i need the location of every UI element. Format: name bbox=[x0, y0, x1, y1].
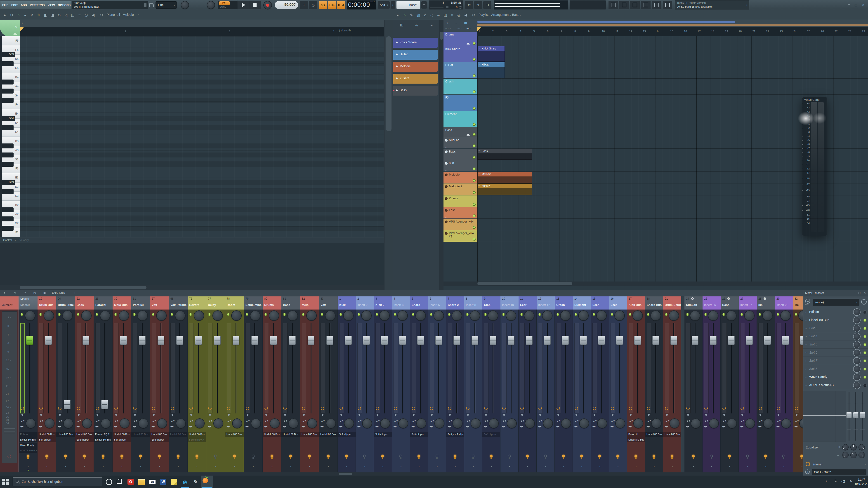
mixer-strip-leer[interactable]: 16Leer▲▼◀▶▲ bbox=[609, 296, 627, 476]
strip-send-lamp-icon[interactable] bbox=[671, 455, 674, 459]
mail-icon[interactable]: ✉ bbox=[147, 477, 157, 487]
strip-sep-knob[interactable] bbox=[82, 418, 92, 428]
strip-lr-icon[interactable]: ◀▶ bbox=[466, 425, 470, 428]
strip-fader-handle[interactable] bbox=[544, 336, 551, 345]
pl-track-header-12[interactable]: iMelodie 2... bbox=[443, 184, 477, 195]
strip-send-lamp-icon[interactable] bbox=[800, 455, 803, 459]
picker-scroll-handle[interactable] bbox=[440, 32, 443, 40]
time-dropdown-row[interactable]: (none)▸ bbox=[803, 461, 868, 468]
strip-plugin-slot[interactable]: Soft clipper bbox=[75, 437, 94, 442]
eq-knob-1[interactable] bbox=[842, 444, 848, 451]
strip-route-icon[interactable]: ▲ bbox=[436, 465, 439, 468]
strip-led[interactable] bbox=[265, 313, 267, 316]
pl-track-header-16[interactable]: iVPS Avenger_x64 #2... bbox=[443, 230, 477, 242]
strip-send-lamp-icon[interactable] bbox=[45, 455, 49, 459]
add-pattern-button[interactable]: Add▸ bbox=[378, 1, 390, 8]
picker-scrollbar[interactable] bbox=[439, 20, 443, 290]
strip-send-lamp-icon[interactable] bbox=[544, 455, 548, 459]
strip-time-icon[interactable] bbox=[170, 407, 174, 410]
strip-pan-knob[interactable] bbox=[744, 311, 754, 321]
strip-fader-handle[interactable] bbox=[308, 336, 314, 345]
strip-route-icon[interactable]: ▲ bbox=[580, 465, 583, 468]
pl-corner-auto-icon[interactable]: ⌁ bbox=[455, 21, 457, 25]
pl-zoom-icon[interactable]: ◎ bbox=[456, 12, 462, 18]
strip-fader-handle[interactable] bbox=[45, 336, 52, 345]
strip-sep-knob[interactable] bbox=[561, 418, 571, 428]
strip-header[interactable]: 22Bass bbox=[75, 296, 94, 310]
clip-melodie[interactable]: ▾Melodie bbox=[477, 172, 532, 183]
help-button[interactable]: ? bbox=[474, 1, 483, 9]
mixer-strip-insert-25[interactable]: 25Insert 25▲▼◀▶▲ bbox=[703, 296, 721, 476]
fx-slot-5[interactable]: ▸Slot 5 bbox=[803, 341, 868, 349]
piano-key-D#4[interactable]: D#4 bbox=[2, 116, 15, 121]
piano-key-F#2[interactable] bbox=[2, 226, 13, 231]
strip-send-lamp-icon[interactable] bbox=[120, 455, 124, 459]
clip-hihat[interactable]: ▾HiHat bbox=[477, 62, 505, 78]
strip-sep-knob[interactable] bbox=[416, 418, 426, 428]
strip-sep-knob[interactable] bbox=[270, 418, 280, 428]
strip-header[interactable]: 12Insert 12 bbox=[537, 296, 555, 310]
strip-led[interactable] bbox=[502, 313, 505, 316]
fx-slot-led[interactable] bbox=[864, 343, 866, 346]
strip-led[interactable] bbox=[227, 313, 229, 316]
strip-send-lamp-icon[interactable] bbox=[616, 455, 620, 459]
strip-header[interactable]: 20Drum ..ralell bbox=[56, 296, 75, 310]
strip-header[interactable]: 21Drum Send bbox=[663, 296, 681, 310]
track-led[interactable] bbox=[473, 156, 475, 159]
strip-led[interactable] bbox=[114, 313, 117, 316]
pr-slide-icon[interactable]: ◫ bbox=[70, 12, 75, 18]
pattern-prev-button[interactable]: ▸ bbox=[391, 1, 395, 8]
strip-lr-icon[interactable]: ◀▶ bbox=[133, 425, 137, 428]
strip-led[interactable] bbox=[430, 313, 432, 316]
strip-lr-icon[interactable]: ◀▶ bbox=[320, 425, 325, 428]
strip-plugin-slot[interactable]: Soft clipper bbox=[150, 437, 168, 442]
fx-slot-mix-knob[interactable] bbox=[854, 341, 860, 348]
strip-header[interactable]: 68Vox Parallel bbox=[169, 296, 188, 310]
track-led[interactable] bbox=[473, 144, 475, 147]
pr-zoom-icon[interactable]: ◎ bbox=[84, 12, 89, 18]
pl-loop-bar-orange[interactable] bbox=[477, 24, 868, 26]
strip-pan-knob[interactable] bbox=[379, 311, 390, 321]
track-led[interactable] bbox=[473, 90, 475, 93]
flstudio-icon[interactable] bbox=[202, 477, 212, 487]
strip-plugin-slot[interactable]: Lindell 80 Bus bbox=[37, 432, 56, 437]
strip-updown-icon[interactable]: ▲▼ bbox=[227, 420, 230, 423]
strip-led[interactable] bbox=[302, 313, 305, 316]
strip-updown-icon[interactable]: ▲▼ bbox=[190, 420, 192, 423]
track-led[interactable] bbox=[473, 74, 475, 77]
strip-time-icon[interactable] bbox=[77, 407, 80, 410]
strip-fader-handle[interactable] bbox=[195, 336, 202, 345]
strip-send-lamp-icon[interactable] bbox=[327, 455, 330, 459]
strip-updown-icon[interactable]: ▲▼ bbox=[21, 420, 24, 423]
tray-up-icon[interactable]: ∧ bbox=[826, 480, 830, 484]
strip-header[interactable]: 6Insert 6 bbox=[428, 296, 446, 310]
fx-slot-mix-knob[interactable] bbox=[854, 358, 860, 364]
fx-slot-mix-knob[interactable] bbox=[854, 325, 860, 332]
strip-route-icon[interactable]: ▲ bbox=[27, 465, 30, 468]
piano-key-G#4[interactable] bbox=[2, 89, 13, 94]
strip-time-icon[interactable] bbox=[647, 407, 650, 410]
strip-led[interactable] bbox=[39, 313, 42, 316]
track-led[interactable] bbox=[473, 133, 475, 136]
mixer-strip-drum-send[interactable]: 21Drum Send▲▼◀▶Lindell 80 Bus▲ bbox=[663, 296, 681, 476]
strip-lr-icon[interactable]: ◀▶ bbox=[170, 425, 175, 428]
strip-route-icon[interactable]: ▲ bbox=[45, 465, 49, 468]
strip-updown-icon[interactable]: ▲▼ bbox=[340, 420, 342, 423]
strip-sep-knob[interactable] bbox=[307, 418, 317, 428]
strip-led[interactable] bbox=[58, 313, 61, 316]
output-dropdown[interactable]: Out 1 - Out 2▸ bbox=[812, 469, 866, 475]
strip-lr-icon[interactable]: ◀▶ bbox=[664, 425, 669, 428]
track-led[interactable] bbox=[473, 226, 475, 229]
fx-slot-mix-knob[interactable] bbox=[854, 333, 860, 340]
strip-led[interactable] bbox=[133, 313, 135, 316]
piano-key-F5[interactable]: F5 bbox=[2, 36, 20, 45]
strip-send-lamp-icon[interactable] bbox=[233, 455, 237, 459]
loop-recording-button[interactable]: Ш↺ bbox=[337, 1, 345, 9]
strip-lr-icon[interactable]: ◀▶ bbox=[95, 425, 100, 428]
strip-pan-knob[interactable] bbox=[343, 311, 353, 321]
pr-loop-icon[interactable]: ⌗ bbox=[77, 12, 82, 18]
pr-disable-icon[interactable]: ⊘ bbox=[57, 12, 62, 18]
strip-plugin-slot[interactable]: Soft clipper bbox=[338, 432, 355, 437]
strip-route-icon[interactable]: ▲ bbox=[195, 465, 199, 468]
strip-updown-icon[interactable]: ▲▼ bbox=[539, 420, 541, 423]
